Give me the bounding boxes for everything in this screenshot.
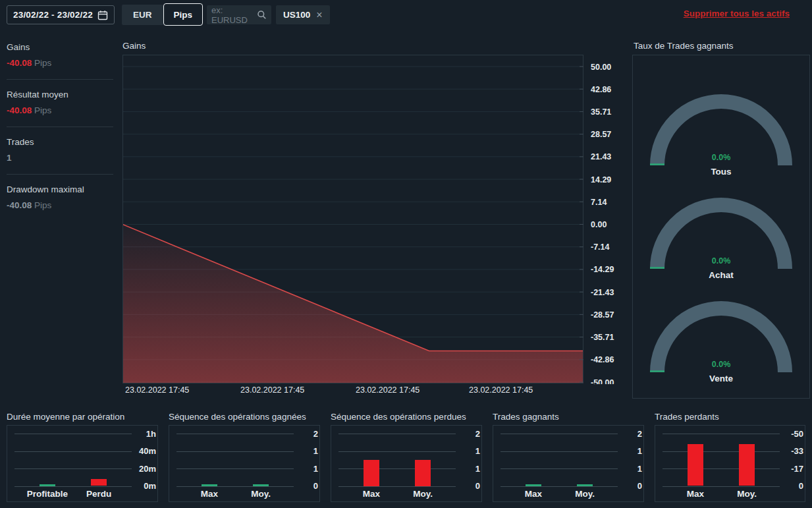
minichart-trades-gagnants: Trades gagnants 2110MaxMoy. <box>493 412 644 502</box>
bar-max <box>364 460 379 486</box>
stat-gains-unit: Pips <box>34 58 51 68</box>
y-tick-label: 0 <box>778 481 803 491</box>
y-tick-label: -33 <box>778 446 803 456</box>
gains-plot-svg: 50.0042.8635.7128.5721.4314.297.140.00-7… <box>122 55 620 384</box>
x-category-label: Max <box>182 489 237 499</box>
asset-chip-label: US100 <box>283 10 310 20</box>
minichart-sequence-gagnees: Séquence des opérations gagnées 2110MaxM… <box>169 412 320 502</box>
y-tick-label: 2 <box>455 429 480 439</box>
gridline <box>338 486 456 487</box>
gains-x-labels: 23.02.2022 17:4523.02.2022 17:4523.02.20… <box>122 385 583 396</box>
gridline <box>338 468 456 469</box>
stat-trades: Trades 1 <box>7 127 113 174</box>
y-tick-label: 1 <box>617 464 642 474</box>
gains-chart: 50.0042.8635.7128.5721.4314.297.140.00-7… <box>122 55 620 384</box>
win-rate-panel: 0.0%Tous0.0%Achat0.0%Vente <box>632 55 810 399</box>
y-tick-label: -50.00 <box>591 378 614 385</box>
y-tick-label: 21.43 <box>591 152 611 161</box>
stat-drawdown-unit: Pips <box>34 200 51 210</box>
y-tick-label: -28.57 <box>591 310 614 320</box>
gridline <box>338 434 456 434</box>
y-tick-label: 28.57 <box>591 130 611 139</box>
y-tick-label: 0 <box>293 481 318 491</box>
y-tick-label: 0 <box>455 481 480 491</box>
y-tick-label: 0m <box>131 481 156 491</box>
bar-max <box>688 444 703 486</box>
minichart-plot: 2110MaxMoy. <box>493 425 644 502</box>
x-tick-label: 23.02.2022 17:45 <box>469 385 533 395</box>
asset-chip-us100: US100 × <box>276 5 330 24</box>
stat-gains-value: -40.08 <box>7 58 32 68</box>
asset-search-input[interactable]: ex: EURUSD <box>207 5 271 24</box>
eur-button[interactable]: EUR <box>122 5 163 25</box>
y-tick-label: 1 <box>617 446 642 456</box>
x-category-label: Moy. <box>395 489 450 499</box>
y-tick-label: 1 <box>293 446 318 456</box>
stat-resultat-moyen: Résultat moyen -40.08 Pips <box>7 79 113 127</box>
gains-area-fill <box>122 225 583 383</box>
gridline <box>501 486 618 487</box>
minichart-title: Durée moyenne par opération <box>7 412 158 421</box>
y-tick-label: 42.86 <box>591 85 611 94</box>
bar-moy <box>739 444 755 486</box>
gauge-label: Tous <box>711 167 731 177</box>
x-tick-label: 23.02.2022 17:45 <box>125 385 189 395</box>
stat-gains-label: Gains <box>7 42 113 52</box>
date-range-input[interactable]: 23/02/22 - 23/02/22 <box>7 5 115 24</box>
gauges-svg: 0.0%Tous0.0%Achat0.0%Vente <box>633 55 809 398</box>
bar-profitable <box>40 484 55 486</box>
y-tick-label: -17 <box>778 464 803 474</box>
bar-moy <box>253 484 269 486</box>
gridline <box>663 486 780 487</box>
x-category-label: Max <box>506 489 561 499</box>
gridline <box>501 451 618 452</box>
y-tick-label: 50.00 <box>591 63 611 72</box>
stat-gains: Gains -40.08 Pips <box>7 38 113 79</box>
y-tick-label: -35.71 <box>591 333 614 342</box>
minichart-plot: 1h40m20m0mProfitablePerdu <box>7 425 158 502</box>
stat-resultat-unit: Pips <box>34 105 51 115</box>
y-tick-label: 7.14 <box>591 198 607 207</box>
gauge-label: Vente <box>709 374 734 383</box>
gridline <box>501 468 618 469</box>
minichart-plot: 2110MaxMoy. <box>331 425 482 502</box>
win-rate-panel-title: Taux de Trades gagnants <box>634 41 734 51</box>
stat-resultat-value: -40.08 <box>7 105 32 115</box>
gridline <box>663 434 780 434</box>
gauge-label: Achat <box>709 270 734 280</box>
y-tick-label: 1h <box>131 429 156 439</box>
x-category-label: Moy. <box>557 489 612 499</box>
x-tick-label: 23.02.2022 17:45 <box>240 385 304 395</box>
x-category-label: Profitable <box>20 489 75 499</box>
pips-button[interactable]: Pips <box>163 3 203 26</box>
stat-resultat-label: Résultat moyen <box>7 90 113 99</box>
search-placeholder: ex: EURUSD <box>211 5 257 25</box>
gridline <box>14 434 132 434</box>
clear-all-assets-link[interactable]: Supprimer tous les actifs <box>684 9 790 18</box>
stat-trades-label: Trades <box>7 137 113 147</box>
y-tick-label: 20m <box>131 464 156 474</box>
unit-toggle: EUR Pips <box>122 3 203 26</box>
x-category-label: Max <box>668 489 723 499</box>
y-tick-label: 2 <box>293 429 318 439</box>
asset-chip-remove-icon[interactable]: × <box>316 10 322 20</box>
search-icon[interactable] <box>257 10 267 20</box>
gridline <box>501 434 618 434</box>
gridline <box>14 486 132 487</box>
y-tick-label: 0.00 <box>591 220 607 229</box>
minichart-title: Séquence des opérations perdues <box>331 412 482 421</box>
gridline <box>176 434 294 434</box>
minichart-title: Trades perdants <box>655 412 805 421</box>
calendar-icon[interactable] <box>97 10 108 20</box>
y-tick-label: -14.29 <box>591 265 614 274</box>
stat-drawdown-value: -40.08 <box>7 200 32 210</box>
stats-sidebar: Gains -40.08 Pips Résultat moyen -40.08 … <box>7 38 113 221</box>
gridline <box>14 468 132 469</box>
y-tick-label: 35.71 <box>591 107 611 117</box>
y-tick-label: -7.14 <box>591 242 610 252</box>
gauge-value: 0.0% <box>712 153 731 162</box>
minichart-title: Séquence des opérations gagnées <box>169 412 320 421</box>
y-tick-label: 1 <box>293 464 318 474</box>
y-tick-label: -50 <box>778 429 803 439</box>
gauge-value: 0.0% <box>712 360 731 369</box>
